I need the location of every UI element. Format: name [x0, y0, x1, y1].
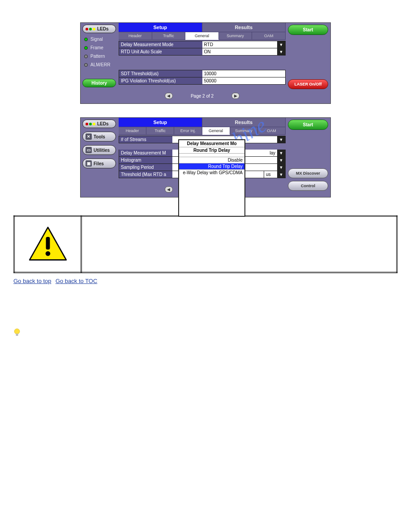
warning-box: If a RTD or One-way-delay measurement is…	[13, 215, 398, 273]
row-rtd-autoscale[interactable]: RTD Unit Auto Scale ON ▼	[119, 48, 286, 56]
chevron-down-icon[interactable]: ▼	[277, 150, 285, 156]
subtab-oam[interactable]: OAM	[252, 32, 286, 40]
leds-button[interactable]: LEDs	[82, 25, 116, 33]
sidebar-item-signal[interactable]: Signal	[82, 37, 116, 42]
mx-discover-button[interactable]: MX Discover	[288, 168, 328, 178]
page-prev-button[interactable]: ◀	[165, 93, 173, 99]
leds-label: LEDs	[97, 121, 109, 126]
tip-text: The Summary screen is only available in …	[24, 328, 254, 335]
files-icon: ▣	[86, 160, 92, 167]
pager: ◀ Page 2 of 2 ▶	[119, 89, 286, 103]
sidebar-item-frame[interactable]: Frame	[82, 45, 116, 50]
utilities-button[interactable]: ▭Utilities	[82, 145, 116, 155]
tab-setup[interactable]: Setup	[119, 23, 202, 32]
status-dots	[86, 123, 95, 125]
leds-button[interactable]: LEDs	[82, 120, 116, 128]
subtab-summary[interactable]: Summary	[230, 127, 258, 135]
subtab-traffic[interactable]: Traffic	[146, 127, 174, 135]
tab-results[interactable]: Results	[202, 23, 286, 32]
subtab-general[interactable]: General	[185, 32, 219, 40]
link-top[interactable]: Go back to top	[13, 278, 51, 284]
link-toc[interactable]: Go back to TOC	[56, 278, 97, 284]
chevron-down-icon[interactable]: ▼	[277, 136, 285, 143]
page-next-button[interactable]: ▶	[231, 93, 240, 99]
sidebar-item-pattern[interactable]: Pattern	[82, 54, 116, 59]
page-prev-button[interactable]: ◀	[165, 186, 173, 193]
tab-results[interactable]: Results	[202, 118, 286, 127]
tools-button[interactable]: ✕Tools	[82, 132, 116, 142]
files-button[interactable]: ▣Files	[82, 159, 116, 168]
warning-icon	[24, 226, 72, 263]
main-panel: Setup Results Header Traffic General Sum…	[119, 23, 286, 103]
popup-subtitle: Round Trip Delay	[179, 147, 244, 153]
subtab-errorinj[interactable]: Error Inj.	[174, 127, 202, 135]
svg-point-3	[14, 329, 20, 334]
warning-text: If a RTD or One-way-delay measurement is…	[91, 236, 387, 253]
section-heading: 15.3.4.5 Summary	[13, 311, 398, 320]
subtab-header[interactable]: Header	[119, 127, 146, 135]
row-ipg-threshold[interactable]: IPG Violation Threshold(us) 50000	[119, 77, 286, 85]
chevron-down-icon[interactable]: ▼	[277, 164, 285, 171]
right-panel: Start LASER On/Off	[286, 23, 330, 103]
start-button[interactable]: Start	[288, 120, 328, 130]
row-sdt-threshold[interactable]: SDT Threshold(us) 10000	[119, 70, 286, 77]
device-screen-2: LEDs ✕Tools ▭Utilities ▣Files Setup Resu…	[80, 117, 331, 197]
subtab-general[interactable]: General	[202, 127, 230, 135]
tab-setup[interactable]: Setup	[119, 118, 202, 127]
sidebar: LEDs Signal Frame Pattern ALM/ERR Histor…	[81, 23, 119, 103]
svg-rect-4	[16, 334, 18, 336]
tools-icon: ✕	[86, 133, 92, 140]
leds-label: LEDs	[97, 26, 109, 31]
sidebar-item-almerr[interactable]: ALM/ERR	[82, 62, 116, 67]
svg-point-2	[45, 251, 50, 256]
popup-item-disable[interactable]: Disable	[179, 157, 244, 163]
start-button[interactable]: Start	[288, 25, 328, 35]
tip-row: The Summary screen is only available in …	[13, 328, 398, 337]
nav-links: Go back to top Go back to TOC	[13, 278, 398, 284]
chevron-down-icon[interactable]: ▼	[277, 48, 285, 55]
device-screen-1: LEDs Signal Frame Pattern ALM/ERR Histor…	[80, 22, 331, 104]
subtab-header[interactable]: Header	[119, 32, 152, 40]
popup-item-oneway[interactable]: e-Way Delay with GPS/CDMA	[179, 169, 244, 176]
subtab-oam[interactable]: OAM	[258, 127, 286, 135]
row-delay-mode[interactable]: Delay Measurement Mode RTD ▼	[119, 41, 286, 48]
control-button[interactable]: Control	[288, 181, 328, 191]
laser-button[interactable]: LASER On/Off	[288, 79, 328, 89]
subtab-summary[interactable]: Summary	[219, 32, 253, 40]
sidebar: LEDs ✕Tools ▭Utilities ▣Files	[81, 118, 119, 197]
utilities-icon: ▭	[86, 147, 92, 153]
popup-item-rtd[interactable]: Round Trip Delay	[179, 163, 244, 169]
chevron-down-icon[interactable]: ▼	[277, 41, 285, 48]
status-dots	[86, 28, 95, 30]
page-indicator: Page 2 of 2	[191, 94, 214, 99]
right-panel: Start MX Discover Control	[286, 118, 330, 197]
history-button[interactable]: History	[82, 79, 116, 87]
subtab-traffic[interactable]: Traffic	[152, 32, 186, 40]
chevron-down-icon[interactable]: ▼	[277, 171, 285, 178]
popup-title: Delay Measurement Mo	[179, 140, 244, 147]
chevron-down-icon[interactable]: ▼	[277, 157, 285, 163]
delay-mode-popup: Delay Measurement Mo Round Trip Delay Di…	[178, 139, 245, 217]
svg-rect-1	[46, 237, 50, 249]
bulb-icon	[13, 328, 21, 337]
